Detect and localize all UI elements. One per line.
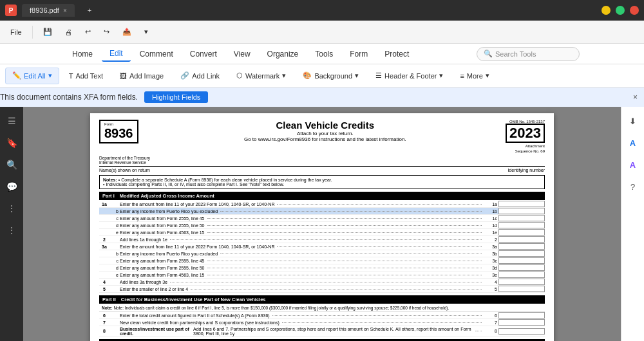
sidebar-more2-icon[interactable]: ⋮ [3,221,21,239]
more-dropdown-icon: ▾ [486,71,489,80]
add-link-label: Add Link [192,72,220,80]
part2-note-text: Note: Individuals can't claim a credit o… [113,306,449,310]
part2-note: Note: Note: Individuals can't claim a cr… [99,304,545,312]
line-3a-input[interactable] [498,243,545,250]
line-5-code: 5 [486,287,497,291]
form-subtitle1: Attach to your tax return. [145,131,506,136]
line-7-num: 7 [99,320,109,325]
line-1d-input[interactable] [498,222,545,228]
add-text-btn[interactable]: T Add Text [62,68,110,84]
line-1e-input[interactable] [498,229,545,235]
right-sidebar: ⬇ A A ? [621,107,644,341]
save-btn[interactable]: 💾 [38,24,57,41]
menu-protect[interactable]: Protect [377,47,417,61]
line-6-row: 6 Enter the total credit amount figured … [99,312,545,319]
menu-organize[interactable]: Organize [260,47,307,61]
line-8-input[interactable] [498,328,545,335]
notes-title: Notes: [103,178,117,182]
app-icon: P [5,5,17,16]
undo-btn[interactable]: ↩ [80,24,96,41]
line-3e-row: e Enter any amount from Form 4563, line … [99,272,545,279]
title-bar: P f8936.pdf × + [0,0,644,21]
line-4-input[interactable] [498,279,545,285]
dept-line: Department of the Treasury Internal Reve… [99,156,545,165]
background-btn[interactable]: 🎨 Background ▾ [296,68,366,84]
more-btn[interactable]: ≡ More ▾ [453,68,496,84]
watermark-icon: ⬡ [236,71,243,80]
line-2-input[interactable] [498,236,545,243]
sidebar-more1-icon[interactable]: ⋮ [3,199,21,217]
form-subtitle2: Go to www.irs.gov/Form8936 for instructi… [145,136,506,142]
menu-form[interactable]: Form [342,47,375,61]
sidebar-bookmark-icon[interactable]: 🔖 [3,134,21,152]
maximize-btn[interactable] [616,6,625,15]
sidebar-comment-icon[interactable]: 💬 [3,178,21,196]
minimize-btn[interactable] [601,6,611,15]
part1-title: Modified Adjusted Gross Income Amount [120,193,214,199]
line-1d-desc: Enter any amount from Form 2555, line 50 [120,223,484,228]
search-placeholder: Search Tools [495,50,536,58]
part1-section: Part I Modified Adjusted Gross Income Am… [99,192,545,293]
line-3d-sub: d [111,266,118,270]
id-line: Name(s) shown on return Identifying numb… [99,166,545,172]
tab-filename: f8936.pdf [30,6,59,14]
ai-icon-2[interactable]: A [624,156,642,174]
pdf-viewer: Form 8936 Clean Vehicle Credits Attach t… [23,107,621,341]
download-icon[interactable]: ⬇ [624,112,642,130]
background-label: Background [314,72,352,80]
add-image-btn[interactable]: 🖼 Add Image [113,68,171,84]
line-3a-desc: Enter the amount from line 11 of your 20… [120,244,484,249]
add-link-btn[interactable]: 🔗 Add Link [173,68,227,84]
line-1a-desc: Enter the amount from line 11 of your 20… [120,202,484,207]
line-3c-input[interactable] [498,257,545,264]
menu-edit[interactable]: Edit [102,46,131,62]
file-tab[interactable]: f8936.pdf × [22,4,75,17]
watermark-btn[interactable]: ⬡ Watermark ▾ [229,68,293,84]
header-footer-btn[interactable]: ☰ Header & Footer ▾ [368,68,450,84]
sidebar-search-icon[interactable]: 🔍 [3,156,21,174]
line-3a-code: 3a [486,244,497,249]
line-3e-desc: Enter any amount from Form 4563, line 15 [120,273,484,277]
line-3c-code: 3c [486,259,497,263]
file-menu-btn[interactable]: File [5,24,27,41]
line-5-input[interactable] [498,286,545,292]
line-8-row: 8 Business/investment use part of credit… [99,326,545,336]
highlight-fields-btn[interactable]: Highlight Fields [144,91,208,103]
close-btn[interactable] [630,6,639,15]
left-sidebar: ☰ 🔖 🔍 💬 ⋮ ⋮ [0,107,23,341]
line-3d-input[interactable] [498,264,545,271]
print-btn[interactable]: 🖨 [60,24,77,41]
menu-comment[interactable]: Comment [132,47,181,61]
sidebar-menu-icon[interactable]: ☰ [3,112,21,130]
line-3c-row: c Enter any amount from Form 2555, line … [99,257,545,264]
line-3e-input[interactable] [498,272,545,278]
line-1e-sub: e [111,230,118,235]
dropdown-btn[interactable]: ▾ [139,24,153,41]
line-1a-input[interactable] [498,201,545,207]
form-year-area: OMB No. 1545-2137 2023 Attachment Sequen… [506,120,545,153]
add-tab-btn[interactable]: + [80,4,99,17]
line-1b-input[interactable] [498,208,545,214]
line-3b-code: 3b [486,252,497,256]
line-1b-sub: b [111,209,118,214]
line-6-input[interactable] [498,312,545,318]
part2-label: Part II [102,297,116,302]
add-tab-icon: + [88,6,91,14]
menu-convert[interactable]: Convert [182,47,225,61]
redo-btn[interactable]: ↪ [99,24,115,41]
line-1b-desc: Enter any income from Puerto Rico you ex… [120,209,484,214]
notification-close-btn[interactable]: × [633,93,638,102]
line-7-input[interactable] [498,319,545,326]
line-1c-input[interactable] [498,215,545,221]
edit-all-btn[interactable]: ✏️ Edit All ▾ [5,68,59,84]
tab-close-btn[interactable]: × [63,7,67,14]
menu-tools[interactable]: Tools [307,47,341,61]
ai-icon-1[interactable]: A [624,134,642,152]
line-3b-input[interactable] [498,250,545,257]
line-8-desc: Business/investment use part of credit. … [120,327,484,336]
search-tools-box[interactable]: 🔍 Search Tools [477,47,580,61]
menu-home[interactable]: Home [64,47,100,61]
share-btn[interactable]: 📤 [117,24,137,41]
help-icon[interactable]: ? [624,178,642,196]
menu-view[interactable]: View [226,47,258,61]
